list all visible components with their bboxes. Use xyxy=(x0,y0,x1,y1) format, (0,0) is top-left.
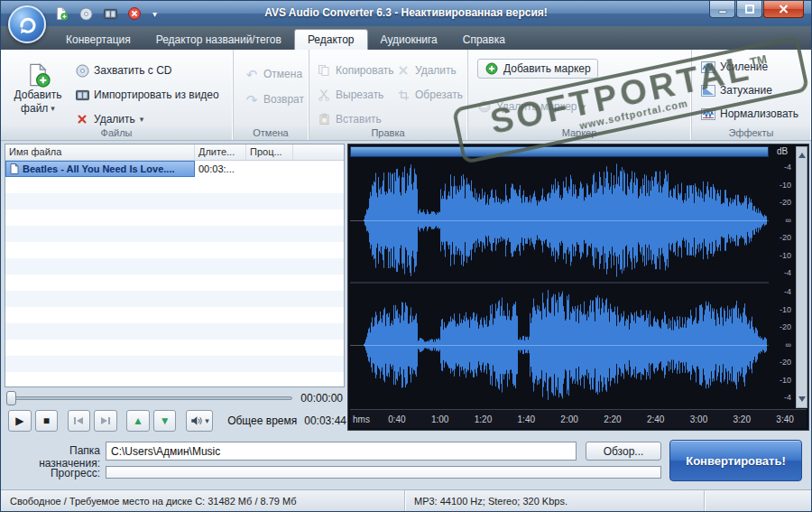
status-disk-space: Свободное / Требуемое место на диске C: … xyxy=(1,490,405,511)
app-menu-button[interactable] xyxy=(8,5,46,43)
app-window: ▾ AVS Audio Converter 6.3 - Неактивирова… xyxy=(0,0,812,512)
db-label: ∞ xyxy=(786,217,791,225)
copy-button[interactable]: Копировать xyxy=(317,62,394,79)
add-file-label-2: файл xyxy=(21,102,48,115)
file-list-body: Beatles - All You Need Is Love.... 00:03… xyxy=(5,161,344,387)
remove-marker-button[interactable]: Удалить маркер ▾ xyxy=(477,98,586,115)
tab-help[interactable]: Справка xyxy=(450,29,518,50)
column-header-duration[interactable]: Длите... xyxy=(195,144,246,160)
total-time-label: Общее время xyxy=(227,414,297,427)
arrow-up-icon: ▲ xyxy=(133,415,143,426)
add-file-button[interactable]: Добавить файл▾ xyxy=(8,54,68,123)
cd-icon xyxy=(75,63,89,78)
column-header-spacer xyxy=(293,144,344,160)
import-video-button[interactable]: Импортировать из видео xyxy=(75,87,219,103)
next-button[interactable] xyxy=(94,410,117,432)
group-label-undo: Отмена xyxy=(234,126,308,140)
speaker-icon xyxy=(189,414,203,427)
status-bar: Свободное / Требуемое место на диске C: … xyxy=(1,489,811,511)
film-icon xyxy=(75,88,89,102)
redo-icon: ↷ xyxy=(245,92,259,107)
trim-button[interactable]: Обрезать xyxy=(396,87,463,103)
ribbon-tab-strip: Конвертация Редактор названий/тегов Реда… xyxy=(1,26,811,50)
delete-icon xyxy=(75,112,89,126)
seek-handle[interactable] xyxy=(6,391,16,405)
timeline-tick: 3:20 xyxy=(720,414,763,424)
window-title: AVS Audio Converter 6.3 - Неактивированн… xyxy=(181,6,631,19)
cut-button[interactable]: Вырезать xyxy=(317,87,394,103)
scroll-down-icon[interactable] xyxy=(798,396,806,405)
undo-button[interactable]: ↶ Отмена xyxy=(245,66,304,82)
move-down-button[interactable]: ▼ xyxy=(153,410,177,432)
close-button[interactable] xyxy=(763,1,804,18)
file-row-name: Beatles - All You Need Is Love.... xyxy=(23,163,175,174)
chevron-down-icon: ▾ xyxy=(205,416,209,425)
tab-audiobook[interactable]: Аудиокнига xyxy=(368,29,450,50)
group-label-edit: Правка xyxy=(309,126,466,140)
file-list-empty-row xyxy=(5,307,344,323)
scroll-up-icon[interactable] xyxy=(798,149,806,158)
qat-delete-button[interactable] xyxy=(125,4,144,23)
db-label: -20 xyxy=(780,323,791,331)
redo-button[interactable]: ↷ Возврат xyxy=(245,91,304,107)
add-marker-icon xyxy=(484,61,499,76)
fade-button[interactable]: Затухание xyxy=(701,82,798,98)
clipboard-icon xyxy=(317,112,331,126)
volume-button[interactable]: ▾ xyxy=(186,410,213,432)
paste-label: Вставить xyxy=(336,113,382,126)
minimize-button[interactable] xyxy=(709,1,735,18)
delete-icon xyxy=(128,7,141,20)
normalize-label: Нормализовать xyxy=(720,107,798,120)
column-header-progress[interactable]: Проц... xyxy=(246,144,293,160)
move-up-button[interactable]: ▲ xyxy=(126,410,150,432)
maximize-button[interactable] xyxy=(736,1,762,18)
stop-button[interactable]: ■ xyxy=(35,410,59,432)
qat-capture-cd-button[interactable] xyxy=(76,4,96,23)
seek-track[interactable] xyxy=(8,396,292,400)
file-row[interactable]: Beatles - All You Need Is Love.... 00:03… xyxy=(5,161,344,177)
group-label-marker: Маркер xyxy=(468,126,690,140)
qat-more-chevron-icon[interactable]: ▾ xyxy=(152,9,157,19)
browse-button[interactable]: Обзор... xyxy=(586,442,661,461)
column-header-filename[interactable]: Имя файла xyxy=(5,144,195,160)
maximize-icon xyxy=(745,5,754,14)
tab-editor[interactable]: Редактор xyxy=(294,29,368,50)
add-file-label-1: Добавить xyxy=(14,88,61,101)
qat-import-video-button[interactable] xyxy=(100,4,120,23)
delete-selection-button[interactable]: Удалить xyxy=(396,62,463,79)
previous-button[interactable] xyxy=(68,410,91,432)
ribbon-group-undo: ↶ Отмена ↷ Возврат Отмена xyxy=(234,50,309,140)
chevron-down-icon: ▾ xyxy=(581,102,586,111)
file-row-name-cell[interactable]: Beatles - All You Need Is Love.... xyxy=(5,161,195,177)
play-button[interactable]: ▶ xyxy=(8,410,32,432)
titlebar: ▾ AVS Audio Converter 6.3 - Неактивирова… xyxy=(1,1,811,26)
add-marker-button[interactable]: Добавить маркер xyxy=(477,59,598,79)
capture-cd-label: Захватить с CD xyxy=(94,64,172,77)
delete-icon xyxy=(396,63,411,78)
import-video-label: Импортировать из видео xyxy=(94,88,219,101)
waveform-overview-strip[interactable] xyxy=(350,146,769,157)
chevron-down-icon: ▾ xyxy=(140,115,144,124)
convert-button[interactable]: Конвертировать! xyxy=(669,440,802,481)
fade-label: Затухание xyxy=(720,84,772,97)
destination-path-input[interactable] xyxy=(106,442,577,461)
file-list-empty-row xyxy=(5,193,344,209)
quick-access-toolbar: ▾ xyxy=(51,4,157,23)
waveform-canvas[interactable] xyxy=(350,158,769,407)
destination-label: Папка назначения: xyxy=(8,444,100,470)
normalize-button[interactable]: Нормализовать xyxy=(701,106,798,122)
tab-conversion[interactable]: Конвертация xyxy=(53,29,143,50)
browse-label: Обзор... xyxy=(604,445,644,458)
file-list-empty-row xyxy=(5,340,344,356)
vertical-zoom-scrollbar[interactable] xyxy=(796,146,807,408)
stop-icon: ■ xyxy=(43,415,50,426)
play-icon: ▶ xyxy=(15,415,23,426)
seek-bar: 00:00:00 xyxy=(5,390,345,406)
progress-bar xyxy=(106,466,661,479)
amplify-button[interactable]: Усиление xyxy=(701,59,798,75)
qat-add-file-button[interactable] xyxy=(51,4,71,23)
timeline-tick: 3:00 xyxy=(678,414,721,424)
next-icon xyxy=(99,416,112,425)
capture-cd-button[interactable]: Захватить с CD xyxy=(75,62,219,79)
tab-tag-editor[interactable]: Редактор названий/тегов xyxy=(143,29,294,50)
